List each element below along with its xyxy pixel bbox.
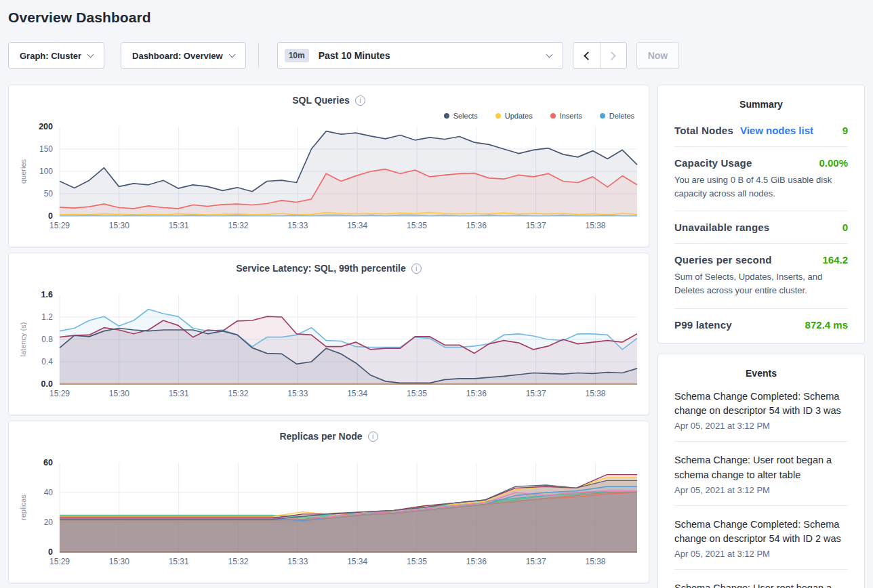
svg-text:60: 60	[43, 458, 53, 467]
summary-title: Summary	[674, 99, 848, 110]
summary-row-label: Total Nodes	[674, 125, 733, 136]
svg-text:15:33: 15:33	[287, 389, 308, 398]
svg-text:200: 200	[39, 122, 53, 131]
legend-dot	[444, 113, 449, 119]
legend-item-inserts: Inserts	[550, 111, 582, 121]
svg-text:15:33: 15:33	[287, 221, 308, 230]
summary-row-label: P99 latency	[674, 319, 732, 331]
summary-row-value: 0.00%	[819, 157, 848, 169]
svg-text:15:35: 15:35	[407, 557, 427, 566]
replicas-per-node-chart-card: Replicas per Node i 020406015:2915:3015:…	[8, 421, 649, 583]
svg-text:100: 100	[39, 167, 53, 176]
divider	[674, 211, 848, 211]
event-text: Schema Change Completed: Schema change o…	[674, 518, 848, 547]
time-step-buttons	[573, 42, 627, 69]
event-text: Schema Change Completed: Schema change o…	[674, 390, 848, 419]
svg-text:1.2: 1.2	[41, 312, 53, 322]
summary-row-value: 0	[842, 222, 848, 233]
svg-text:15:34: 15:34	[347, 221, 367, 230]
event-item: Schema Change Completed: Schema change o…	[674, 518, 848, 560]
chevron-down-icon	[228, 51, 235, 58]
divider	[674, 146, 848, 147]
summary-row-value: 164.2	[822, 254, 848, 266]
info-icon[interactable]: i	[411, 264, 422, 274]
svg-text:0.4: 0.4	[41, 357, 53, 366]
divider	[674, 441, 848, 442]
service-latency-chart-card: Service Latency: SQL, 99th percentile i …	[8, 253, 649, 415]
now-button-label: Now	[648, 50, 668, 61]
summary-row-description: Sum of Selects, Updates, Inserts, and De…	[674, 270, 848, 297]
charts-column: SQL Queries i Selects Updates Inserts De…	[8, 85, 649, 583]
svg-text:15:30: 15:30	[109, 221, 129, 230]
svg-text:50: 50	[44, 189, 54, 198]
event-timestamp: Apr 05, 2021 at 3:12 PM	[674, 421, 848, 431]
graph-scope-label: Graph: Cluster	[20, 51, 81, 61]
svg-text:15:36: 15:36	[466, 389, 487, 398]
view-nodes-list-link[interactable]: View nodes list	[740, 125, 813, 136]
svg-text:0.0: 0.0	[41, 379, 53, 389]
time-back-button[interactable]	[573, 43, 600, 68]
summary-row-unavailable-ranges: Unavailable ranges 0	[674, 222, 848, 233]
summary-panel: Summary Total Nodes View nodes list 9 Ca…	[657, 85, 865, 343]
svg-text:15:32: 15:32	[228, 557, 248, 566]
svg-text:15:32: 15:32	[228, 221, 248, 230]
dashboard-content: SQL Queries i Selects Updates Inserts De…	[0, 85, 873, 588]
dashboard-select-label: Dashboard: Overview	[132, 51, 223, 61]
chart-title: Service Latency: SQL, 99th percentile	[236, 263, 406, 274]
summary-row-value: 9	[842, 125, 848, 136]
summary-row-label: Unavailable ranges	[674, 222, 769, 233]
service-latency-chart[interactable]: 0.00.40.81.21.615:2915:3015:3115:3215:33…	[16, 289, 641, 403]
chart-legend: Selects Updates Inserts Deletes	[16, 111, 634, 121]
svg-text:15:29: 15:29	[49, 389, 70, 398]
events-panel: Events Schema Change Completed: Schema c…	[657, 354, 865, 588]
chevron-down-icon	[87, 51, 94, 58]
divider	[674, 308, 848, 309]
chevron-left-icon	[584, 51, 592, 60]
svg-text:0: 0	[48, 547, 53, 557]
svg-text:20: 20	[44, 518, 54, 527]
svg-text:150: 150	[39, 144, 53, 154]
info-icon[interactable]: i	[368, 432, 378, 442]
svg-text:15:38: 15:38	[585, 389, 605, 398]
divider	[674, 569, 848, 570]
summary-row-label: Queries per second	[674, 254, 772, 266]
event-timestamp: Apr 05, 2021 at 3:12 PM	[674, 485, 848, 495]
svg-text:15:37: 15:37	[526, 221, 546, 230]
side-column: Summary Total Nodes View nodes list 9 Ca…	[657, 85, 865, 588]
info-icon[interactable]: i	[355, 96, 365, 106]
sql-queries-chart[interactable]: 05010015020015:2915:3015:3115:3215:3315:…	[16, 121, 641, 235]
svg-text:15:29: 15:29	[49, 557, 70, 566]
sql-queries-chart-card: SQL Queries i Selects Updates Inserts De…	[8, 85, 649, 247]
dashboard-select-dropdown[interactable]: Dashboard: Overview	[121, 42, 246, 69]
svg-text:15:37: 15:37	[526, 389, 546, 398]
svg-text:replicas: replicas	[19, 495, 27, 520]
summary-row-value: 872.4 ms	[805, 319, 848, 331]
time-forward-button[interactable]	[600, 43, 626, 68]
event-timestamp: Apr 05, 2021 at 3:12 PM	[674, 549, 848, 559]
now-button[interactable]: Now	[636, 42, 680, 69]
chevron-down-icon	[546, 51, 552, 58]
svg-text:15:34: 15:34	[347, 557, 367, 566]
replicas-per-node-chart[interactable]: 020406015:2915:3015:3115:3215:3315:3415:…	[16, 457, 641, 571]
summary-row-queries-per-second: Queries per second 164.2 Sum of Selects,…	[674, 254, 848, 297]
graph-scope-dropdown[interactable]: Graph: Cluster	[8, 42, 104, 69]
svg-text:15:34: 15:34	[347, 389, 367, 398]
svg-text:latency (s): latency (s)	[19, 322, 27, 357]
chart-title: SQL Queries	[292, 95, 350, 106]
svg-text:15:37: 15:37	[526, 557, 546, 566]
svg-text:15:38: 15:38	[585, 557, 605, 566]
svg-text:15:29: 15:29	[49, 221, 70, 230]
svg-text:15:31: 15:31	[169, 557, 189, 566]
summary-row-capacity-usage: Capacity Usage 0.00% You are using 0 B o…	[674, 157, 848, 201]
time-range-dropdown[interactable]: 10m Past 10 Minutes	[277, 42, 563, 69]
svg-text:40: 40	[44, 488, 54, 497]
svg-text:15:36: 15:36	[466, 557, 487, 566]
svg-text:0: 0	[48, 211, 53, 221]
event-text: Schema Change: User root began a schema …	[674, 453, 848, 483]
svg-text:15:30: 15:30	[109, 557, 129, 566]
legend-item-updates: Updates	[495, 111, 533, 121]
svg-text:15:35: 15:35	[407, 389, 427, 398]
svg-text:15:30: 15:30	[109, 389, 129, 398]
svg-text:queries: queries	[19, 159, 27, 184]
event-text: Schema Change: User root began a schema …	[674, 581, 848, 588]
